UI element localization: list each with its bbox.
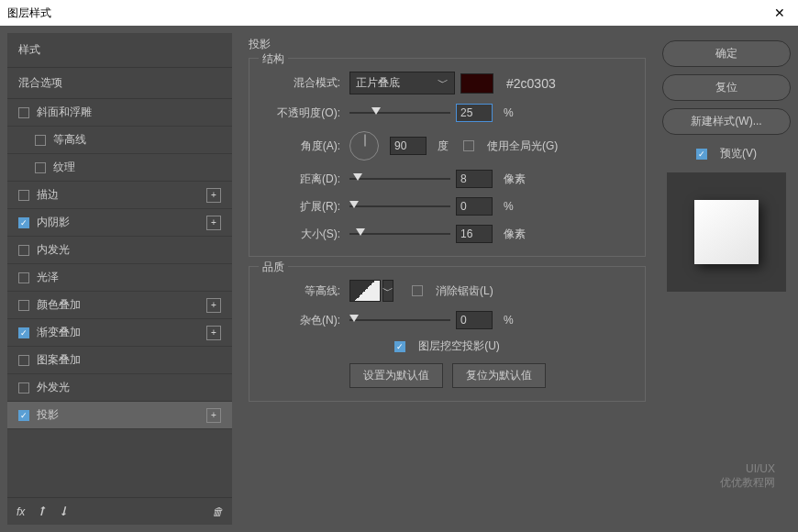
effect-checkbox[interactable]: [18, 217, 29, 228]
action-panel: 确定 复位 新建样式(W)... 预览(V): [662, 33, 791, 525]
shadow-color-swatch[interactable]: [460, 73, 493, 94]
effect-checkbox[interactable]: [18, 245, 29, 256]
effect-label: 外发光: [37, 380, 70, 395]
effect-checkbox[interactable]: [18, 355, 29, 366]
arrow-up-icon[interactable]: 🠕: [36, 505, 47, 518]
cancel-button[interactable]: 复位: [662, 74, 791, 101]
effect-label: 渐变叠加: [37, 325, 81, 340]
effect-label: 投影: [37, 407, 59, 423]
effect-label: 图案叠加: [37, 352, 81, 368]
size-slider[interactable]: [349, 227, 450, 241]
preview-checkbox[interactable]: [696, 149, 707, 160]
opacity-label: 不透明度(O):: [262, 105, 340, 121]
add-effect-icon[interactable]: +: [206, 188, 221, 203]
angle-input[interactable]: 90: [390, 137, 427, 155]
noise-label: 杂色(N):: [262, 313, 340, 328]
global-light-checkbox[interactable]: [463, 140, 474, 151]
close-icon[interactable]: ✕: [769, 2, 791, 24]
contour-label: 等高线:: [262, 283, 340, 299]
add-effect-icon[interactable]: +: [206, 326, 221, 340]
effect-checkbox[interactable]: [18, 272, 29, 283]
set-default-button[interactable]: 设置为默认值: [349, 363, 443, 388]
effect-item-6[interactable]: 光泽: [7, 264, 232, 292]
effect-item-3[interactable]: 描边+: [7, 182, 232, 209]
effect-checkbox[interactable]: [18, 327, 29, 338]
noise-unit: %: [504, 314, 514, 327]
panel-footer: fx 🠕 🠗 🗑: [7, 497, 232, 525]
effect-checkbox[interactable]: [35, 135, 46, 146]
angle-degree: 度: [438, 139, 449, 154]
blend-mode-select[interactable]: 正片叠底 ﹀: [349, 72, 455, 94]
effect-heading: 投影: [249, 37, 646, 52]
title-bar: 图层样式 ✕: [0, 0, 798, 26]
distance-input[interactable]: 8: [456, 170, 493, 188]
effect-checkbox[interactable]: [18, 382, 29, 393]
angle-label: 角度(A):: [262, 139, 340, 154]
spread-unit: %: [504, 200, 514, 213]
angle-dial[interactable]: [349, 131, 379, 161]
size-label: 大小(S):: [262, 227, 340, 242]
spread-input[interactable]: 0: [456, 197, 493, 216]
arrow-down-icon[interactable]: 🠗: [58, 505, 69, 518]
knockout-checkbox[interactable]: [394, 341, 405, 352]
structure-legend: 结构: [259, 51, 288, 67]
effect-label: 等高线: [53, 132, 86, 148]
effect-item-2[interactable]: 纹理: [7, 154, 232, 182]
blending-options[interactable]: 混合选项: [7, 68, 232, 99]
structure-group: 结构 混合模式: 正片叠底 ﹀ #2c0303 不透明度(O): 25 % 角度…: [249, 58, 646, 257]
styles-header[interactable]: 样式: [7, 33, 232, 68]
effect-checkbox[interactable]: [18, 190, 29, 201]
reset-default-button[interactable]: 复位为默认值: [452, 363, 546, 388]
effect-item-10[interactable]: 外发光: [7, 374, 232, 402]
spread-slider[interactable]: [349, 199, 450, 214]
distance-slider[interactable]: [349, 172, 450, 186]
add-effect-icon[interactable]: +: [206, 298, 221, 313]
noise-slider[interactable]: [349, 313, 450, 327]
effect-item-4[interactable]: 内阴影+: [7, 209, 232, 237]
chevron-down-icon: ﹀: [438, 75, 449, 91]
distance-unit: 像素: [504, 172, 526, 187]
effect-label: 内发光: [37, 242, 70, 258]
effect-item-5[interactable]: 内发光: [7, 237, 232, 264]
effect-item-9[interactable]: 图案叠加: [7, 347, 232, 374]
dialog-title: 图层样式: [7, 6, 51, 21]
fx-icon[interactable]: fx: [17, 505, 25, 518]
opacity-slider[interactable]: [349, 105, 450, 120]
size-unit: 像素: [504, 227, 526, 242]
trash-icon[interactable]: 🗑: [212, 505, 223, 518]
quality-group: 品质 等高线: ﹀ 消除锯齿(L) 杂色(N): 0 % 图层挖空投影(U): [249, 266, 646, 402]
preview-label: 预览(V): [720, 146, 757, 161]
effect-label: 光泽: [37, 270, 59, 285]
opacity-input[interactable]: 25: [456, 104, 493, 122]
add-effect-icon[interactable]: +: [206, 408, 221, 423]
new-style-button[interactable]: 新建样式(W)...: [662, 108, 791, 135]
effect-label: 斜面和浮雕: [37, 105, 92, 120]
effect-item-8[interactable]: 渐变叠加+: [7, 319, 232, 347]
effect-label: 纹理: [53, 160, 75, 175]
size-input[interactable]: 16: [456, 225, 493, 243]
effect-checkbox[interactable]: [18, 410, 29, 421]
effect-checkbox[interactable]: [18, 107, 29, 118]
ok-button[interactable]: 确定: [662, 40, 791, 67]
spread-label: 扩展(R):: [262, 199, 340, 215]
chevron-down-icon[interactable]: ﹀: [382, 280, 393, 302]
effect-list: 斜面和浮雕等高线纹理描边+内阴影+内发光光泽颜色叠加+渐变叠加+图案叠加外发光投…: [7, 99, 232, 497]
watermark: UI/UX 优优教程网: [720, 462, 775, 491]
styles-panel: 样式 混合选项 斜面和浮雕等高线纹理描边+内阴影+内发光光泽颜色叠加+渐变叠加+…: [7, 33, 232, 525]
effect-item-11[interactable]: 投影+: [7, 402, 232, 429]
effect-item-0[interactable]: 斜面和浮雕: [7, 99, 232, 127]
antialias-checkbox[interactable]: [412, 285, 423, 296]
effect-checkbox[interactable]: [35, 162, 46, 173]
global-light-label: 使用全局光(G): [487, 139, 558, 154]
noise-input[interactable]: 0: [456, 311, 493, 329]
effect-checkbox[interactable]: [18, 300, 29, 311]
distance-label: 距离(D):: [262, 172, 340, 187]
contour-picker[interactable]: [349, 280, 381, 302]
add-effect-icon[interactable]: +: [206, 216, 221, 230]
effect-label: 颜色叠加: [37, 297, 81, 313]
antialias-label: 消除锯齿(L): [436, 283, 493, 299]
color-hex: #2c0303: [506, 76, 556, 91]
effect-item-1[interactable]: 等高线: [7, 127, 232, 154]
effect-item-7[interactable]: 颜色叠加+: [7, 292, 232, 319]
preview-thumbnail: [667, 172, 786, 292]
